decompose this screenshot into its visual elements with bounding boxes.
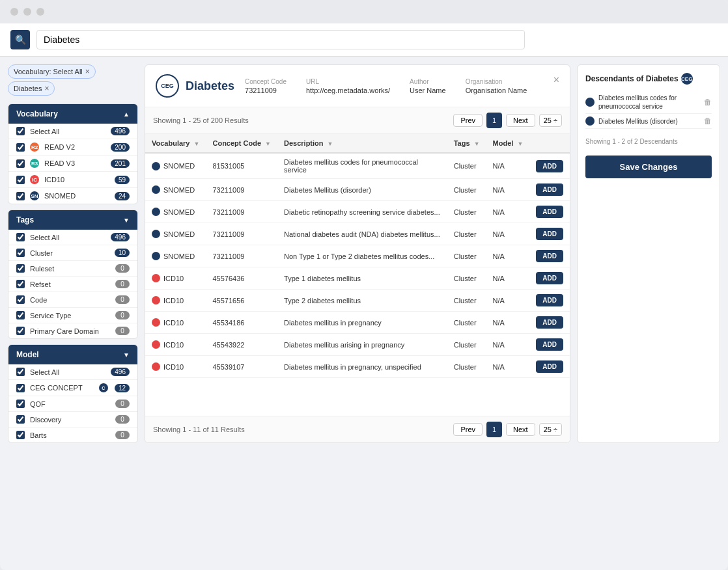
cell-desc-9: Diabetes mellitus in pregnancy, unspecif… — [277, 356, 447, 378]
vocab-checkbox-sno[interactable] — [16, 192, 25, 200]
cell-tags-2: Cluster — [447, 201, 486, 223]
cell-add-7[interactable]: ADD — [529, 312, 570, 334]
top-page-size[interactable]: 25 ÷ — [539, 114, 562, 127]
col-concept-code[interactable]: Concept Code ▼ — [206, 134, 277, 153]
add-button-7[interactable]: ADD — [536, 316, 563, 329]
bottom-prev-button[interactable]: Prev — [453, 423, 483, 436]
tags-header[interactable]: Tags ▼ — [8, 210, 137, 230]
vocab-checkbox-selectall[interactable] — [16, 127, 25, 135]
cell-tags-5: Cluster — [447, 267, 486, 290]
top-next-button[interactable]: Next — [506, 114, 535, 127]
cell-desc-1: Diabetes Mellitus (disorder) — [277, 179, 447, 201]
descendant-item-1: Diabetes Mellitus (disorder) 🗑 — [585, 114, 712, 129]
tag-checkbox-code[interactable] — [16, 295, 25, 304]
cell-code-0: 81531005 — [206, 153, 277, 179]
tag-checkbox-servicetype[interactable] — [16, 311, 25, 319]
cell-add-4[interactable]: ADD — [529, 245, 570, 267]
tag-label-servicetype: Service Type — [30, 312, 110, 319]
add-button-5[interactable]: ADD — [536, 272, 563, 284]
close-button[interactable]: × — [553, 74, 559, 86]
concept-meta: Concept Code 73211009 URL http://ceg.met… — [245, 78, 527, 94]
search-icon[interactable]: 🔍 — [10, 30, 30, 49]
descendant-delete-1[interactable]: 🗑 — [704, 116, 712, 126]
cell-add-9[interactable]: ADD — [529, 356, 570, 378]
add-button-6[interactable]: ADD — [536, 294, 563, 306]
vocab-label-icd: ICD10 — [44, 176, 109, 183]
search-input[interactable] — [36, 30, 525, 49]
vocab-badge-r3: 201 — [111, 159, 130, 168]
model-section: Model ▼ Select All 496 CEG CONCEPT C 12 … — [8, 344, 138, 443]
col-vocabulary[interactable]: Vocabulary ▼ — [145, 134, 206, 153]
chip-diabetes-close[interactable]: × — [44, 84, 49, 93]
vocab-checkbox-icd[interactable] — [16, 176, 25, 184]
chip-vocabulary[interactable]: Vocabulary: Select All × — [8, 64, 96, 79]
add-button-1[interactable]: ADD — [536, 183, 563, 196]
model-checkbox-discovery[interactable] — [16, 415, 25, 424]
search-bar: 🔍 — [0, 23, 728, 57]
add-button-3[interactable]: ADD — [536, 228, 563, 240]
cell-add-1[interactable]: ADD — [529, 179, 570, 201]
vocab-checkbox-r3[interactable] — [16, 159, 25, 168]
tag-checkbox-ruleset[interactable] — [16, 264, 25, 273]
descendant-delete-0[interactable]: 🗑 — [704, 98, 712, 107]
model-label-qof: QOF — [30, 400, 110, 408]
model-header[interactable]: Model ▼ — [8, 345, 137, 364]
add-button-8[interactable]: ADD — [536, 338, 563, 351]
tag-label-code: Code — [30, 296, 110, 304]
chip-diabetes[interactable]: Diabetes × — [8, 81, 55, 96]
model-checkbox-ceg[interactable] — [16, 384, 25, 392]
table-row: SNOMED 73211009 Non Type 1 or Type 2 dia… — [145, 245, 570, 267]
tag-badge-refset: 0 — [115, 280, 130, 288]
table-row: ICD10 45539107 Diabetes mellitus in preg… — [145, 356, 570, 378]
cell-add-8[interactable]: ADD — [529, 334, 570, 356]
model-checkbox-qof[interactable] — [16, 400, 25, 408]
tag-label-selectall: Select All — [30, 234, 105, 241]
top-pagination: Prev 1 Next 25 ÷ — [453, 113, 562, 128]
bottom-next-button[interactable]: Next — [506, 423, 535, 436]
cell-add-0[interactable]: ADD — [529, 153, 570, 179]
add-button-0[interactable]: ADD — [536, 160, 563, 172]
tag-checkbox-pcd[interactable] — [16, 327, 25, 335]
cell-tags-4: Cluster — [447, 245, 486, 267]
cell-add-2[interactable]: ADD — [529, 201, 570, 223]
cell-desc-7: Diabetes mellitus in pregnancy — [277, 312, 447, 334]
model-checkbox-barts[interactable] — [16, 431, 25, 439]
col-model[interactable]: Model ▼ — [486, 134, 530, 153]
cell-model-1: N/A — [486, 179, 530, 201]
tag-label-refset: Refset — [30, 280, 110, 288]
tags-section: Tags ▼ Select All 496 Cluster 10 Ruleset… — [8, 210, 138, 339]
right-panel-title: Descendants of Diabetes CEG — [585, 73, 712, 85]
tag-checkbox-refset[interactable] — [16, 280, 25, 288]
model-badge-ceg: 12 — [115, 384, 130, 392]
model-badge-barts: 0 — [115, 431, 130, 439]
table-row: ICD10 45534186 Diabetes mellitus in preg… — [145, 312, 570, 334]
model-badge-selectall: 496 — [111, 368, 130, 376]
col-description[interactable]: Description ▼ — [277, 134, 447, 153]
vocab-item-icd: IC ICD10 59 — [8, 172, 137, 188]
cell-tags-3: Cluster — [447, 223, 486, 245]
cell-code-4: 73211009 — [206, 245, 277, 267]
tag-checkbox-cluster[interactable] — [16, 249, 25, 257]
add-button-4[interactable]: ADD — [536, 250, 563, 262]
tag-item-ruleset: Ruleset 0 — [8, 261, 137, 277]
tag-checkbox-selectall[interactable] — [16, 233, 25, 241]
cell-add-3[interactable]: ADD — [529, 223, 570, 245]
vocab-checkbox-r2[interactable] — [16, 143, 25, 152]
cell-add-6[interactable]: ADD — [529, 290, 570, 312]
vocabulary-header[interactable]: Vocabulary ▲ — [8, 104, 137, 124]
model-item-selectall: Select All 496 — [8, 364, 137, 380]
model-label-barts: Barts — [30, 431, 110, 439]
add-button-9[interactable]: ADD — [536, 360, 563, 373]
model-checkbox-selectall[interactable] — [16, 368, 25, 376]
cell-code-8: 45543922 — [206, 334, 277, 356]
chip-vocabulary-close[interactable]: × — [85, 67, 90, 76]
top-table-controls: Showing 1 - 25 of 200 Results Prev 1 Nex… — [145, 107, 570, 134]
bottom-page-size[interactable]: 25 ÷ — [539, 423, 562, 436]
cell-desc-5: Type 1 diabetes mellitus — [277, 267, 447, 290]
cell-add-5[interactable]: ADD — [529, 267, 570, 290]
save-changes-button[interactable]: Save Changes — [585, 156, 712, 178]
tag-label-ruleset: Ruleset — [30, 265, 110, 273]
col-tags[interactable]: Tags ▼ — [447, 134, 486, 153]
add-button-2[interactable]: ADD — [536, 206, 563, 218]
top-prev-button[interactable]: Prev — [453, 114, 483, 127]
